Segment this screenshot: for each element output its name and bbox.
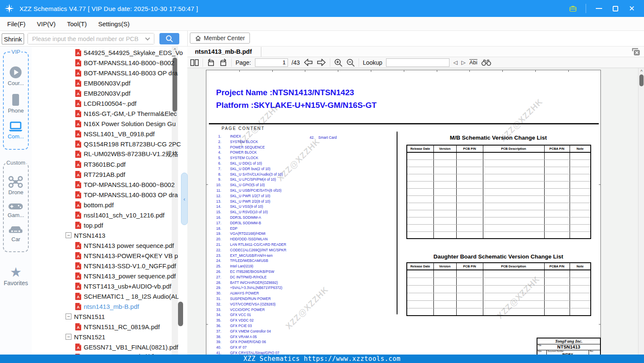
index-row: 15.SKL_U RSVD(10 of 10) xyxy=(212,210,268,214)
tree-file[interactable]: ANTST1413_usb+AUDIO-vb.pdf xyxy=(75,281,171,291)
tree-file[interactable]: ATOP-MPANSSL140-B003 OP dra xyxy=(75,190,178,200)
tree-item-label: RT3601BC.pdf xyxy=(84,161,126,168)
border-tick xyxy=(305,70,305,72)
tree-folder[interactable]: −NTSN1511 xyxy=(66,311,105,322)
binoculars-icon[interactable] xyxy=(481,59,491,66)
border-tick xyxy=(599,184,600,185)
tree-item-label: NTSN1413 xyxy=(74,232,105,239)
tree-folder[interactable]: −NTSN1413 xyxy=(66,230,105,240)
collapse-toggle-icon[interactable]: − xyxy=(66,232,71,238)
sidebar-item-phone[interactable]: Phone xyxy=(8,93,24,114)
find-prev-icon[interactable]: ◁ xyxy=(453,59,458,66)
search-button[interactable] xyxy=(159,33,179,44)
collapse-toggle-icon[interactable]: − xyxy=(66,334,71,340)
lookup-input[interactable] xyxy=(386,58,449,67)
title-label: Title xyxy=(538,345,541,347)
empty-cell xyxy=(456,285,483,293)
briefcase-icon[interactable] xyxy=(569,5,577,12)
sidebar-item-favorites[interactable]: ★ Favorites xyxy=(0,266,32,287)
sidebar-item-drone[interactable]: Drone xyxy=(8,176,23,195)
page-number-input[interactable] xyxy=(255,58,288,67)
empty-cell xyxy=(456,217,483,224)
index-row-42: 42.Smart Card xyxy=(310,135,337,140)
two-page-view-icon[interactable] xyxy=(190,59,199,66)
sidebar-item-gam[interactable]: Gam... xyxy=(8,202,24,218)
page-total: /43 xyxy=(292,59,300,66)
scroll-up-icon[interactable]: ^ xyxy=(639,69,644,74)
index-row: 7.SKL_U DDR bus(2 of 10) xyxy=(212,167,270,171)
column-header: Note xyxy=(570,145,591,152)
zoom-in-icon[interactable] xyxy=(334,58,343,67)
member-center-button[interactable]: Member Center xyxy=(190,33,250,44)
tree-file[interactable]: ANTSN1413-POWER+QKEY VB p xyxy=(75,250,178,261)
menu-item-vipv[interactable]: VIP(V) xyxy=(37,20,55,28)
pdf-scrollbar[interactable]: ^ xyxy=(638,68,644,363)
index-row: 27.DC IN/TPM/D-R/HOLE xyxy=(212,275,266,279)
tree-file[interactable]: Abottom.pdf xyxy=(75,200,114,210)
rotate-right-icon[interactable] xyxy=(219,58,227,66)
tree-file[interactable]: AN16X Power Solution Design Gu xyxy=(75,118,176,129)
tree-file[interactable]: AN16S-GT,-GM,-LP Thermal&Elec xyxy=(75,108,177,118)
tree-file[interactable]: ANTSN1413-SSD-V1.0_NGFF.pdf xyxy=(75,261,176,271)
close-button[interactable]: ✕ xyxy=(628,5,636,12)
sidebar-item-cour[interactable]: Cour... xyxy=(8,66,24,86)
empty-cell xyxy=(456,224,483,231)
custom-group: Custom DroneGam...Car xyxy=(3,162,29,252)
tree-file[interactable]: Anssl1401_sch_v10_1216.pdf xyxy=(75,210,164,220)
minimize-button[interactable] xyxy=(595,5,603,12)
match-word-icon[interactable]: Abi xyxy=(469,59,477,66)
empty-cell xyxy=(433,308,456,316)
sidebar-item-com[interactable]: Com... xyxy=(8,121,24,140)
rotate-left-icon[interactable] xyxy=(207,58,215,66)
page-forward-icon[interactable] xyxy=(317,59,326,66)
tree-file[interactable]: ART7291AB.pdf xyxy=(75,169,125,179)
empty-cell xyxy=(570,231,591,239)
status-bar: XZZ Schematics https://www.xzztools.com xyxy=(0,355,644,363)
page-back-icon[interactable] xyxy=(304,59,313,66)
menu-item-toolt[interactable]: Tool(T) xyxy=(67,20,87,28)
tree-file[interactable]: Atop.pdf xyxy=(75,220,103,230)
tree-file[interactable]: ANTSN1511_RC_0819A.pdf xyxy=(75,322,160,332)
menu-item-settingss[interactable]: Settings(S) xyxy=(98,20,129,28)
tree-file[interactable]: A544925_544925_Skylake_EDS_Vo xyxy=(75,47,183,58)
svg-text:A: A xyxy=(77,295,80,299)
toolbar-divider xyxy=(330,58,330,67)
tab-document[interactable]: ntsn1413_mb-B.pdf xyxy=(195,48,252,55)
tree-file[interactable]: AEMB20N03V.pdf xyxy=(75,88,130,98)
search-input[interactable] xyxy=(28,33,154,44)
zoom-out-icon[interactable] xyxy=(346,58,355,67)
tree-file[interactable]: ATOP-MPANSSL140-B000~B002 xyxy=(75,179,175,190)
model-search-combo[interactable] xyxy=(27,33,154,44)
tree-file[interactable]: ANTSN1413_power sequence.pdf xyxy=(75,271,176,281)
sidebar-item-car[interactable]: Car xyxy=(8,225,23,242)
tree-file[interactable]: AGE5SN71_VB1_FINAL(0821).pdf xyxy=(75,342,178,352)
close-all-tabs-button[interactable] xyxy=(631,48,640,56)
version-table: Release DateVersionPCB P/NPCB Descriptio… xyxy=(406,145,591,239)
tree-file[interactable]: ABOT-MPANSSL140-B000~B002 xyxy=(75,58,174,68)
maximize-button[interactable] xyxy=(611,5,619,12)
tree-file[interactable]: ABOT-MPANSSL140-B003 OP dra xyxy=(75,68,178,78)
tree-inner-scrollbar-thumb[interactable] xyxy=(178,302,183,326)
tree-file[interactable]: AQS154R198 RTL8723BU-CG 2PC xyxy=(75,139,181,149)
menu-item-filef[interactable]: File(F) xyxy=(7,20,25,28)
phone-icon xyxy=(10,93,21,107)
find-next-icon[interactable]: ▷ xyxy=(461,59,466,66)
tree-file[interactable]: ASCHEMATIC1 _ 18_I2S Audio(AL xyxy=(75,291,179,301)
collapse-toggle-icon[interactable]: − xyxy=(66,314,71,319)
pdf-icon: A xyxy=(75,69,81,77)
tree-file[interactable]: ARL-UM02WBS-8723BU-V1.2规格 xyxy=(75,149,178,159)
pdf-icon: A xyxy=(75,201,81,209)
tree-file[interactable]: ANTSN1413 power sequence.pdf xyxy=(75,240,174,250)
tree-file[interactable]: AEMB06N03V.pdf xyxy=(75,78,130,88)
svg-text:A: A xyxy=(77,143,80,147)
pdf-scrollbar-thumb[interactable] xyxy=(639,74,644,86)
empty-cell xyxy=(456,270,483,278)
tree-file[interactable]: ART3601BC.pdf xyxy=(75,159,126,169)
tree-file[interactable]: ALCDR100504~.pdf xyxy=(75,98,137,108)
tree-file[interactable]: ANSSL1401_VB_0918.pdf xyxy=(75,129,155,139)
shrink-button[interactable]: Shrink xyxy=(2,33,24,44)
platform-name: Platform :SKYLAKE-U+N15V-GM/N16S-GT xyxy=(216,101,377,110)
tree-folder[interactable]: −NTSN1521 xyxy=(66,332,105,342)
tree-file[interactable]: Antsn1413_mb-B.pdf xyxy=(75,301,139,311)
sidebar-collapse-handle[interactable]: ‹ xyxy=(181,173,188,225)
